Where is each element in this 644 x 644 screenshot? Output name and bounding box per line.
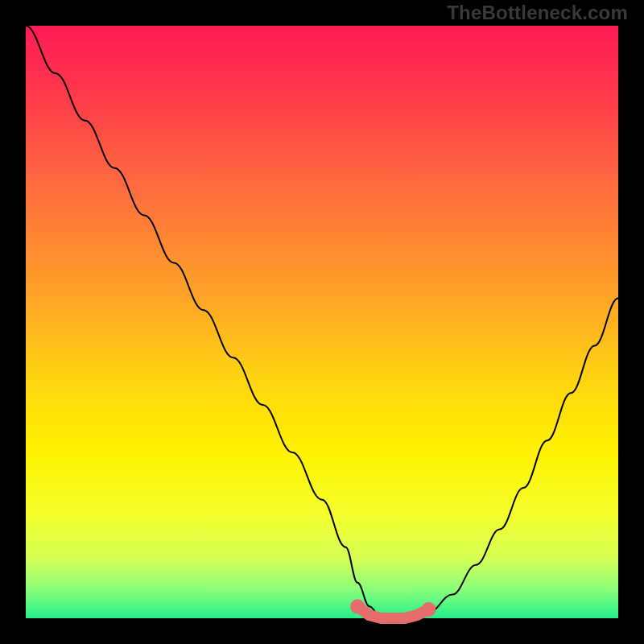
plot-area [26, 26, 618, 618]
chart-stage: TheBottleneck.com [0, 0, 644, 644]
watermark-text: TheBottleneck.com [447, 2, 628, 24]
